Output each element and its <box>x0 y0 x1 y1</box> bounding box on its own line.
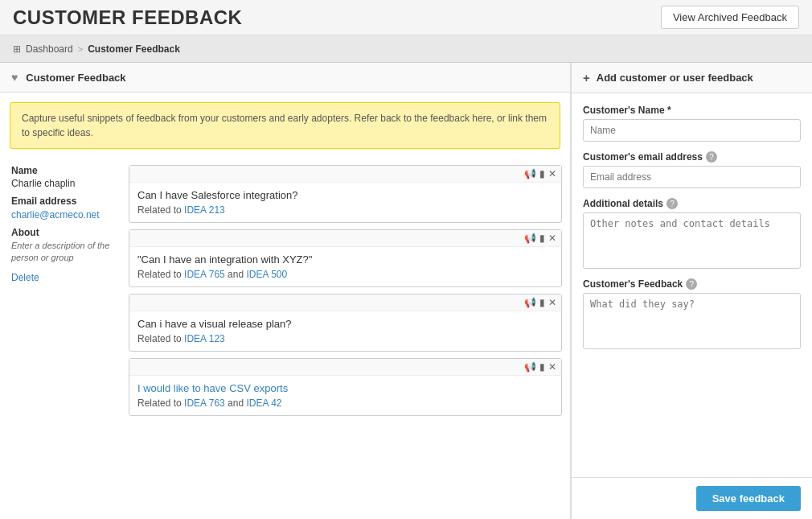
save-feedback-button[interactable]: Save feedback <box>696 486 801 511</box>
card-body: Can i have a visual release plan? Relate… <box>129 311 561 351</box>
email-value[interactable]: charlie@acmeco.net <box>11 209 100 220</box>
speaker-icon[interactable]: 📢 <box>524 361 536 373</box>
idea-link[interactable]: IDEA 765 <box>184 269 225 280</box>
plus-icon: + <box>583 71 590 84</box>
additional-textarea[interactable] <box>583 212 801 269</box>
card-toolbar: 📢 ▮ ✕ <box>129 359 561 376</box>
email-group: Customer's email address ? <box>583 151 801 188</box>
email-hint-icon[interactable]: ? <box>706 151 717 163</box>
close-icon[interactable]: ✕ <box>548 233 556 244</box>
name-group: Customer's Name * <box>583 105 801 142</box>
feedback-textarea[interactable] <box>583 293 801 349</box>
idea-link[interactable]: IDEA 763 <box>184 397 225 409</box>
card-toolbar: 📢 ▮ ✕ <box>129 166 561 183</box>
left-panel: ♥ Customer Feedback Capture useful snipp… <box>0 63 571 519</box>
additional-group: Additional details ? <box>583 198 801 269</box>
name-field-label: Customer's Name * <box>583 105 801 116</box>
email-label-row: Customer's email address ? <box>583 151 801 163</box>
feedback-card: 📢 ▮ ✕ "Can I have an integration with XY… <box>129 229 562 287</box>
right-panel: + Add customer or user feedback Customer… <box>571 63 812 519</box>
heart-icon: ♥ <box>11 71 18 84</box>
close-icon[interactable]: ✕ <box>548 361 556 373</box>
left-panel-title: Customer Feedback <box>26 72 125 84</box>
page-title: CUSTOMER FEEDBACK <box>13 6 242 29</box>
feedback-label-row: Customer's Feedback ? <box>583 278 801 290</box>
email-field-label: Customer's email address <box>583 151 703 163</box>
card-body: I would like to have CSV exports Related… <box>129 376 561 415</box>
breadcrumb-current: Customer Feedback <box>88 43 180 55</box>
feedback-form: Customer's Name * Customer's email addre… <box>572 93 812 477</box>
feedback-related: Related to IDEA 213 <box>137 204 553 216</box>
card-toolbar: 📢 ▮ ✕ <box>129 230 561 247</box>
speaker-icon[interactable]: 📢 <box>524 168 536 179</box>
idea-link[interactable]: IDEA 500 <box>246 269 287 280</box>
breadcrumb-home[interactable]: Dashboard <box>26 43 73 55</box>
card-body: Can I have Salesforce integration? Relat… <box>129 183 561 222</box>
breadcrumb-separator: > <box>78 44 83 54</box>
pin-icon[interactable]: ▮ <box>539 233 545 244</box>
feedback-related: Related to IDEA 765 and IDEA 500 <box>137 269 553 280</box>
feedback-hint-icon[interactable]: ? <box>686 278 697 290</box>
about-value: Enter a description of the person or gro… <box>11 240 117 265</box>
feedback-text: Can I have Salesforce integration? <box>137 189 553 201</box>
pin-icon[interactable]: ▮ <box>539 168 545 179</box>
feedback-related: Related to IDEA 763 and IDEA 42 <box>137 397 553 409</box>
speaker-icon[interactable]: 📢 <box>524 233 536 244</box>
banner-text: Capture useful snippets of feedback from… <box>22 113 547 138</box>
name-label: Name <box>11 165 117 176</box>
close-icon[interactable]: ✕ <box>548 297 556 308</box>
feedback-related: Related to IDEA 123 <box>137 333 553 344</box>
feedback-text: I would like to have CSV exports <box>137 382 553 394</box>
email-input[interactable] <box>583 166 801 188</box>
name-value: Charlie chaplin <box>11 178 117 189</box>
additional-label-row: Additional details ? <box>583 198 801 209</box>
feedback-card: 📢 ▮ ✕ Can i have a visual release plan? … <box>129 294 562 352</box>
info-banner: Capture useful snippets of feedback from… <box>10 102 560 149</box>
breadcrumb: ⊞ Dashboard > Customer Feedback <box>0 35 812 63</box>
speaker-icon[interactable]: 📢 <box>524 297 536 308</box>
close-icon[interactable]: ✕ <box>548 168 556 179</box>
form-footer: Save feedback <box>572 477 812 519</box>
idea-link[interactable]: IDEA 123 <box>184 333 225 344</box>
pin-icon[interactable]: ▮ <box>539 297 545 308</box>
idea-link[interactable]: IDEA 213 <box>184 204 225 216</box>
feedback-text: "Can I have an integration with XYZ?" <box>137 253 553 266</box>
right-panel-header: + Add customer or user feedback <box>572 63 812 93</box>
feedback-card: 📢 ▮ ✕ I would like to have CSV exports R… <box>129 358 562 416</box>
view-archived-button[interactable]: View Archived Feedback <box>661 6 799 29</box>
feedback-group: Customer's Feedback ? <box>583 278 801 349</box>
right-panel-title: Add customer or user feedback <box>597 72 753 84</box>
left-panel-header: ♥ Customer Feedback <box>0 63 570 93</box>
feedback-text: Can i have a visual release plan? <box>137 318 553 330</box>
main-layout: ♥ Customer Feedback Capture useful snipp… <box>0 63 812 519</box>
idea-link[interactable]: IDEA 42 <box>246 397 281 409</box>
grid-icon: ⊞ <box>13 43 21 55</box>
content-area: Name Charlie chaplin Email address charl… <box>0 159 570 519</box>
card-body: "Can I have an integration with XYZ?" Re… <box>129 247 561 286</box>
email-label: Email address <box>11 196 117 207</box>
feedback-list: 📢 ▮ ✕ Can I have Salesforce integration?… <box>129 159 562 511</box>
feedback-field-label: Customer's Feedback <box>583 278 683 290</box>
delete-link[interactable]: Delete <box>11 272 39 283</box>
customer-info: Name Charlie chaplin Email address charl… <box>8 159 121 511</box>
app-header: CUSTOMER FEEDBACK View Archived Feedback <box>0 0 812 35</box>
name-input[interactable] <box>583 119 801 142</box>
card-toolbar: 📢 ▮ ✕ <box>129 295 561 311</box>
additional-field-label: Additional details <box>583 198 663 209</box>
additional-hint-icon[interactable]: ? <box>666 198 678 209</box>
about-label: About <box>11 227 117 238</box>
feedback-card: 📢 ▮ ✕ Can I have Salesforce integration?… <box>129 165 562 223</box>
pin-icon[interactable]: ▮ <box>539 361 545 373</box>
